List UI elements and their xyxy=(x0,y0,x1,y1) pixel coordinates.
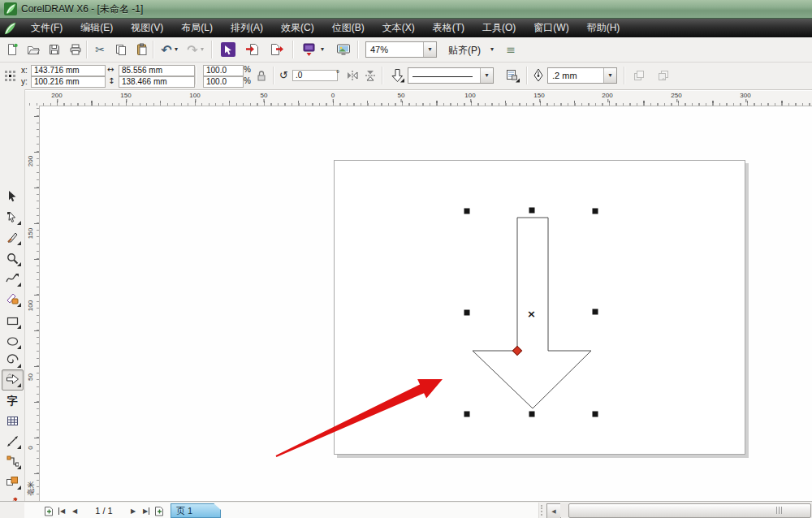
app-menu-icon[interactable] xyxy=(2,21,17,36)
zoom-level-combo[interactable]: 47% ▾ xyxy=(365,41,437,58)
shape-tool[interactable] xyxy=(5,209,19,224)
menu-view[interactable]: 视图(V) xyxy=(122,19,172,37)
menu-text[interactable]: 文本(X) xyxy=(374,19,424,37)
wrap-paragraph-text-button[interactable] xyxy=(503,67,521,84)
object-height-icon: ↕ xyxy=(108,76,114,85)
export-button[interactable] xyxy=(268,41,286,58)
previous-page-button[interactable]: ◀ xyxy=(68,504,81,517)
scroll-left-button[interactable]: ◀ xyxy=(546,503,561,518)
toolbar-separator xyxy=(357,41,359,58)
last-page-button[interactable]: ▶ xyxy=(140,504,153,517)
first-page-button[interactable]: ◀ xyxy=(55,504,68,517)
zoom-tool[interactable] xyxy=(5,251,19,265)
object-height-field[interactable]: 138.466 mm xyxy=(119,76,195,88)
mirror-horizontal-button[interactable] xyxy=(344,67,361,84)
menu-bitmaps[interactable]: 位图(B) xyxy=(323,19,374,37)
artistic-media-tool[interactable] xyxy=(5,291,19,306)
outline-style-dropdown[interactable]: ▾ xyxy=(480,68,493,83)
arrow-shape-selector-button[interactable] xyxy=(388,67,406,84)
basic-shapes-tool[interactable] xyxy=(5,372,19,386)
scale-vertical-field[interactable]: 100.0 xyxy=(203,76,244,88)
connector-tool[interactable] xyxy=(5,454,19,468)
to-front-button[interactable] xyxy=(630,67,648,84)
y-position-field[interactable]: 100.216 mm xyxy=(31,76,106,88)
copy-button[interactable] xyxy=(112,41,130,58)
x-position-field[interactable]: 143.716 mm xyxy=(31,65,106,76)
rotation-angle-field[interactable]: .0 xyxy=(292,70,338,81)
add-page-button-left[interactable] xyxy=(42,504,55,517)
outline-style-combo[interactable]: ▾ xyxy=(408,67,494,84)
outline-width-combo[interactable]: .2 mm ▾ xyxy=(547,67,617,84)
menu-window[interactable]: 窗口(W) xyxy=(525,19,577,37)
snap-to-dropdown[interactable]: ▾ xyxy=(487,41,497,58)
crop-tool[interactable] xyxy=(5,230,19,244)
hruler-label: 200 xyxy=(51,92,62,99)
redo-dropdown[interactable]: ▾ xyxy=(198,41,206,58)
mirror-vertical-button[interactable] xyxy=(362,67,378,84)
blend-tool[interactable] xyxy=(5,474,19,489)
options-button[interactable]: ≡ xyxy=(502,41,520,58)
parallel-dimension-tool[interactable] xyxy=(5,434,19,448)
undo-dropdown[interactable]: ▾ xyxy=(172,41,180,58)
toolbar-separator xyxy=(292,41,294,58)
zoom-level-dropdown[interactable]: ▾ xyxy=(423,42,436,57)
hruler-label: 150 xyxy=(533,92,544,99)
pick-tool[interactable] xyxy=(5,188,19,203)
rotation-icon: ↺ xyxy=(279,69,288,81)
toolbar-separator xyxy=(624,67,625,84)
scrollbar-splitter[interactable] xyxy=(541,505,544,516)
hruler-label: 250 xyxy=(671,92,681,99)
zoom-level-value: 47% xyxy=(366,45,423,54)
open-button[interactable] xyxy=(24,41,42,58)
outline-style-preview xyxy=(408,71,480,80)
menu-bar: 文件(F) 编辑(E) 视图(V) 布局(L) 排列(A) 效果(C) 位图(B… xyxy=(0,19,812,37)
snap-to-button[interactable]: 贴齐(P) xyxy=(448,44,481,58)
lock-ratio-icon[interactable] xyxy=(257,70,266,82)
menu-layout[interactable]: 布局(L) xyxy=(172,19,222,37)
next-page-button[interactable]: ▶ xyxy=(127,504,140,517)
page-tab-strip: ◀ ◀ 1 / 1 ▶ ▶ 页 1 xyxy=(24,503,539,518)
drawing-page[interactable] xyxy=(334,160,745,455)
page-tab[interactable]: 页 1 xyxy=(171,503,221,518)
cut-button[interactable]: ✂ xyxy=(91,41,109,58)
menu-tools[interactable]: 工具(O) xyxy=(473,19,525,37)
menu-table[interactable]: 表格(T) xyxy=(424,19,473,37)
menu-edit[interactable]: 编辑(E) xyxy=(71,19,122,37)
outline-width-dropdown[interactable]: ▾ xyxy=(603,68,616,83)
application-launcher-button[interactable] xyxy=(300,41,318,58)
coreldraw-logo-icon xyxy=(4,2,17,15)
hruler-label: 150 xyxy=(120,92,131,99)
vertical-ruler[interactable]: 200 150 100 50 0 xyxy=(24,106,40,501)
save-button[interactable] xyxy=(45,41,63,58)
print-button[interactable] xyxy=(67,41,84,58)
scale-horizontal-field[interactable]: 100.0 xyxy=(203,65,244,76)
menu-help[interactable]: 帮助(H) xyxy=(578,19,629,37)
object-position-grid-icon[interactable] xyxy=(4,70,16,82)
new-document-button[interactable] xyxy=(3,41,21,58)
horizontal-scrollbar-thumb[interactable] xyxy=(568,503,811,518)
horizontal-ruler[interactable]: 200 150 100 50 0 50 100 150 200 250 300 xyxy=(24,91,812,106)
menu-file[interactable]: 文件(F) xyxy=(22,19,71,37)
menu-effects[interactable]: 效果(C) xyxy=(272,19,323,37)
object-width-field[interactable]: 85.556 mm xyxy=(119,65,195,76)
paste-button[interactable] xyxy=(133,41,151,58)
search-content-button[interactable] xyxy=(219,41,237,58)
ellipse-tool[interactable] xyxy=(5,334,19,348)
welcome-screen-button[interactable] xyxy=(335,41,352,58)
add-page-button-right[interactable] xyxy=(153,504,166,517)
title-bar[interactable]: CorelDRAW X6 - [未命名 -1] xyxy=(0,0,812,19)
polygon-spiral-tool[interactable] xyxy=(5,352,19,367)
horizontal-scrollbar[interactable] xyxy=(560,503,812,517)
window-title: CorelDRAW X6 - [未命名 -1] xyxy=(21,2,143,16)
freehand-tool[interactable] xyxy=(5,271,19,286)
vruler-label: 100 xyxy=(27,300,34,312)
to-back-button[interactable] xyxy=(654,67,672,84)
import-button[interactable] xyxy=(244,41,261,58)
toolbar-separator xyxy=(526,67,528,84)
rectangle-tool[interactable] xyxy=(5,313,19,328)
text-tool[interactable]: 字 xyxy=(5,393,19,408)
hruler-label: 100 xyxy=(464,92,475,99)
table-tool[interactable] xyxy=(5,413,19,428)
menu-arrange[interactable]: 排列(A) xyxy=(222,19,272,37)
application-launcher-dropdown[interactable]: ▾ xyxy=(318,41,326,58)
